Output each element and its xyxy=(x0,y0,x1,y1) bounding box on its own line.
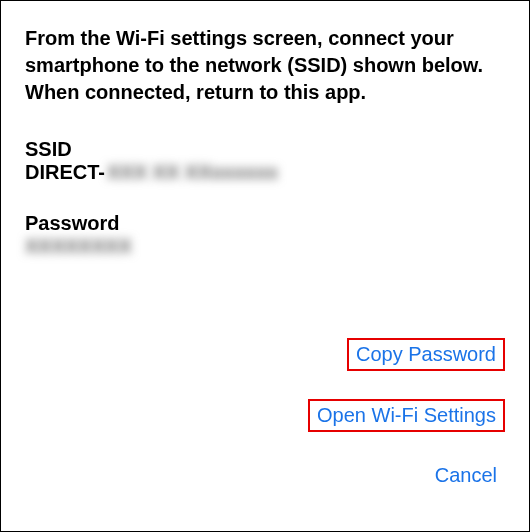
instruction-text: From the Wi-Fi settings screen, connect … xyxy=(25,25,505,106)
password-group: Password XXXXXXXX xyxy=(25,212,505,258)
ssid-group: SSID DIRECT- XXX XX XXxxxxxx xyxy=(25,138,505,184)
password-label: Password xyxy=(25,212,505,235)
password-value-masked: XXXXXXXX xyxy=(25,235,505,258)
ssid-prefix: DIRECT- xyxy=(25,161,105,184)
cancel-button[interactable]: Cancel xyxy=(427,460,505,491)
ssid-label: SSID xyxy=(25,138,505,161)
open-wifi-settings-button[interactable]: Open Wi-Fi Settings xyxy=(308,399,505,432)
copy-password-button[interactable]: Copy Password xyxy=(347,338,505,371)
ssid-value-masked: XXX XX XXxxxxxx xyxy=(107,161,278,184)
actions-area: Copy Password Open Wi-Fi Settings Cancel xyxy=(25,338,505,507)
